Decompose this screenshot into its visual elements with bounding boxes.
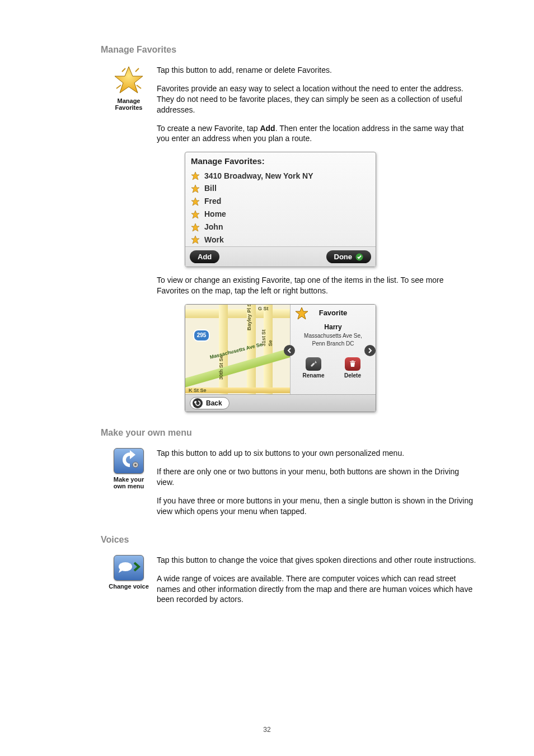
road-label: 30th St Se	[218, 356, 224, 380]
mm-p2: If there are only one or two buttons in …	[157, 466, 478, 488]
manage-favorites-panel: Manage Favorites: 3410 Broadway, New Yor…	[185, 152, 376, 267]
favorite-address-2: Penn Branch DC	[294, 340, 372, 347]
favorite-address-1: Massachusetts Ave Se,	[294, 333, 372, 339]
manage-favorites-icon-label-1: Manage	[101, 97, 157, 104]
mf-p2: Favorites provide an easy way to select …	[157, 83, 478, 115]
mf-p4: To view or change an existing Favorite, …	[157, 275, 478, 296]
svg-marker-9	[130, 450, 135, 459]
done-button[interactable]: Done	[326, 250, 372, 264]
chevron-left-icon	[287, 348, 292, 353]
svg-marker-6	[191, 236, 199, 244]
favorite-list-item[interactable]: Work	[185, 234, 376, 246]
add-button[interactable]: Add	[190, 250, 219, 264]
svg-marker-4	[191, 211, 199, 218]
mm-p3: If you have three or more buttons in you…	[157, 496, 478, 517]
wrench-icon	[309, 360, 318, 368]
star-icon	[191, 171, 200, 180]
v-p2: A wide range of voices are available. Th…	[157, 573, 478, 605]
delete-button[interactable]: Delete	[341, 357, 364, 380]
make-menu-icon-label-1: Make your	[101, 476, 157, 483]
star-icon	[191, 184, 200, 193]
v-p1: Tap this button to change the voice that…	[157, 555, 478, 566]
mm-p1: Tap this button to add up to six buttons…	[157, 448, 478, 459]
road-label: 31st St Se	[260, 323, 274, 346]
route-shield: 295	[193, 329, 210, 342]
change-voice-icon-label: Change voice	[101, 583, 157, 590]
favorite-side-panel: Favorite Harry Massachusetts Ave Se, Pen…	[290, 305, 376, 394]
favorite-name: Harry	[294, 323, 372, 332]
star-icon	[113, 65, 144, 96]
road-label: G St	[258, 305, 269, 312]
favorite-list-item[interactable]: John	[185, 221, 376, 234]
svg-marker-5	[191, 223, 199, 231]
map-area[interactable]: 295 G St Bayley Pl S 31st St Se 30th St …	[185, 305, 290, 394]
prev-favorite-button[interactable]	[284, 345, 295, 356]
manage-favorites-heading: Manage Favorites	[101, 45, 478, 55]
svg-marker-0	[115, 67, 143, 93]
manage-favorites-icon-block: Manage Favorites	[101, 65, 157, 412]
trash-icon	[349, 360, 357, 368]
back-button[interactable]: Back	[190, 397, 229, 409]
change-voice-icon	[114, 555, 144, 581]
favorite-detail-panel: 295 G St Bayley Pl S 31st St Se 30th St …	[185, 304, 376, 412]
back-icon	[194, 400, 201, 407]
road-label: K St Se	[189, 387, 207, 394]
favorite-list-item[interactable]: Fred	[185, 195, 376, 208]
star-icon	[191, 197, 200, 206]
mf-p1: Tap this button to add, rename or delete…	[157, 65, 478, 76]
next-favorite-button[interactable]	[364, 345, 376, 356]
star-icon	[295, 307, 308, 320]
star-icon	[191, 210, 200, 219]
make-menu-icon-block: Make your own menu	[101, 448, 157, 524]
panel-title: Manage Favorites:	[185, 152, 376, 169]
change-voice-icon-block: Change voice	[101, 555, 157, 613]
manage-favorites-icon-label-2: Favorites	[101, 104, 157, 111]
page-number: 32	[0, 726, 534, 734]
svg-marker-2	[191, 185, 199, 193]
favorite-list-item[interactable]: 3410 Broadway, New York NY	[185, 170, 376, 183]
chevron-right-icon	[367, 348, 373, 353]
svg-marker-1	[191, 172, 199, 180]
star-icon	[191, 223, 200, 232]
favorite-list-item[interactable]: Home	[185, 208, 376, 221]
star-icon	[191, 235, 200, 244]
check-icon	[355, 253, 363, 261]
svg-marker-8	[296, 307, 308, 319]
voices-heading: Voices	[101, 535, 478, 545]
svg-point-11	[134, 464, 137, 466]
make-menu-icon	[114, 448, 144, 474]
favorite-list-item[interactable]: Bill	[185, 182, 376, 195]
mf-p3: To create a new Favorite, tap Add. Then …	[157, 123, 478, 144]
make-menu-icon-label-2: own menu	[101, 483, 157, 489]
road-label: Bayley Pl S	[246, 305, 252, 330]
make-menu-heading: Make your own menu	[101, 428, 478, 438]
rename-button[interactable]: Rename	[302, 357, 325, 380]
svg-marker-3	[191, 198, 199, 206]
